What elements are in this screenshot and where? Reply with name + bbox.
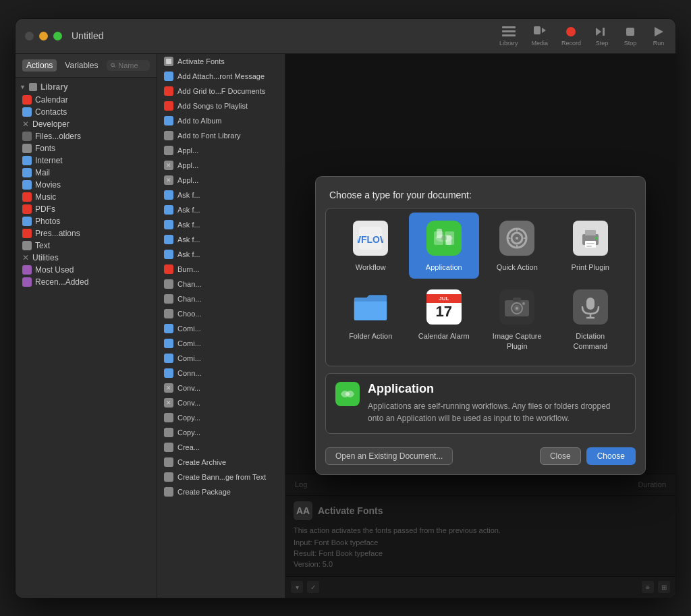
maximize-button[interactable] [53,32,62,40]
quick-action-type-label: Quick Action [497,262,538,272]
action-icon [164,428,173,437]
sidebar-item-music[interactable]: Music [16,191,157,203]
close-button[interactable]: Close [540,447,581,465]
movies-icon [22,180,32,190]
presentations-label: Pres...ations [35,229,80,238]
list-item[interactable]: Appl... [157,143,285,158]
list-item[interactable]: Add to Album [157,113,285,128]
list-item[interactable]: ✕Conv... [157,395,285,410]
list-item[interactable]: Copy... [157,410,285,425]
search-input[interactable] [118,61,146,69]
toolbar-library-btn[interactable]: Library [499,26,518,47]
toolbar-record-btn[interactable]: Record [561,26,581,47]
list-item[interactable]: Ask f... [157,188,285,202]
list-item[interactable]: Create Bann...ge from Text [157,470,285,484]
doc-type-image-capture[interactable]: Image Capture Plugin [482,281,553,358]
sidebar-item-recently-added[interactable]: Recen...Added [16,276,157,288]
doc-type-grid: WFLOW Workflow [325,208,636,366]
svg-text:WFLOW: WFLOW [358,234,383,245]
list-item[interactable]: Chan... [157,291,285,306]
sidebar-item-internet[interactable]: Internet [16,155,157,167]
list-item[interactable]: Activate Fonts [157,54,285,69]
list-item[interactable]: Chan... [157,277,285,291]
sidebar-item-most-used[interactable]: Most Used [16,264,157,276]
minimize-button[interactable] [39,32,48,40]
doc-type-workflow[interactable]: WFLOW Workflow [335,213,406,279]
sidebar-item-calendar[interactable]: Calendar [16,94,157,106]
sidebar-item-text[interactable]: Text [16,240,157,252]
doc-type-quick-action[interactable]: Quick Action [482,213,553,279]
developer-icon: ✕ [22,119,29,129]
action-icon [164,368,173,378]
list-item[interactable]: ✕Appl... [157,173,285,188]
action-icon [164,279,173,289]
modal-title: Choose a type for your document: [329,190,472,200]
list-item[interactable]: Add Songs to Playlist [157,99,285,113]
action-icon [164,220,173,229]
folder-svg [353,291,388,323]
calendar-alarm-type-label: Calendar Alarm [418,331,470,341]
list-item[interactable]: Comi... [157,336,285,351]
library-section[interactable]: ▼ Library [16,80,157,94]
list-item[interactable]: Create Package [157,484,285,499]
toolbar-run-btn[interactable]: Run [651,26,666,47]
list-item[interactable]: Create Archive [157,455,285,470]
list-item[interactable]: Comi... [157,351,285,366]
sidebar-item-photos[interactable]: Photos [16,215,157,227]
calendar-alarm-type-icon: JUL 17 [425,288,463,326]
toolbar-step-btn[interactable]: Step [595,26,609,47]
list-item[interactable]: Ask f... [157,247,285,262]
sidebar-item-utilities[interactable]: ✕ Utilities [16,252,157,264]
list-item[interactable]: ✕Conv... [157,381,285,395]
image-capture-svg [503,295,530,319]
sidebar-tree: ▼ Library Calendar Contacts ✕ Developer [16,78,157,598]
list-item[interactable]: Conn... [157,366,285,381]
desc-content: Application Applications are self-runnin… [368,382,626,424]
list-item[interactable]: Choo... [157,306,285,321]
tab-variables[interactable]: Variables [61,59,102,72]
list-item[interactable]: Add Grid to...F Documents [157,84,285,99]
close-button[interactable] [25,32,34,40]
list-item[interactable]: Add to Font Library [157,128,285,143]
doc-type-application[interactable]: Application [409,213,480,279]
svg-rect-13 [166,59,171,64]
doc-type-dictation[interactable]: Dictation Command [555,281,626,358]
list-item[interactable]: Ask f... [157,232,285,247]
sidebar-item-files[interactable]: Files...olders [16,130,157,142]
list-item[interactable]: Copy... [157,425,285,440]
doc-type-folder-action[interactable]: Folder Action [335,281,406,358]
quick-action-svg [505,226,529,250]
pdfs-label: PDFs [35,204,55,214]
list-item[interactable]: Comi... [157,321,285,336]
window-title: Untitled [72,30,103,41]
list-item[interactable]: Ask f... [157,202,285,217]
list-item[interactable]: Add Attach...ront Message [157,69,285,84]
list-item[interactable]: Ask f... [157,217,285,232]
tab-actions[interactable]: Actions [22,59,57,72]
svg-point-10 [111,63,114,66]
music-icon [22,192,32,202]
action-icon [164,72,173,81]
doc-type-calendar-alarm[interactable]: JUL 17 Calendar Alarm [409,281,480,358]
list-item[interactable]: ✕Appl... [157,158,285,173]
svg-rect-7 [603,28,605,36]
toolbar-stop-btn[interactable]: Stop [623,26,638,47]
sidebar-item-pdfs[interactable]: PDFs [16,203,157,215]
svg-marker-4 [542,28,546,33]
sidebar-item-presentations[interactable]: Pres...ations [16,227,157,240]
open-existing-button[interactable]: Open an Existing Document... [325,447,453,465]
sidebar-item-mail[interactable]: Mail [16,167,157,179]
doc-type-print-plugin[interactable]: Print Plugin [555,213,626,279]
action-icon [164,294,173,304]
stop-label: Stop [624,40,637,47]
sidebar-item-fonts[interactable]: Fonts [16,142,157,155]
sidebar-item-movies[interactable]: Movies [16,179,157,191]
action-icon [164,457,173,467]
list-item[interactable]: Burn... [157,262,285,277]
list-item[interactable]: Crea... [157,440,285,455]
modal-overlay: Choose a type for your document: WFLOW [285,54,675,598]
toolbar-media-btn[interactable]: Media [531,26,548,47]
sidebar-item-contacts[interactable]: Contacts [16,106,157,118]
sidebar-item-developer[interactable]: ✕ Developer [16,118,157,130]
choose-button[interactable]: Choose [586,447,636,465]
